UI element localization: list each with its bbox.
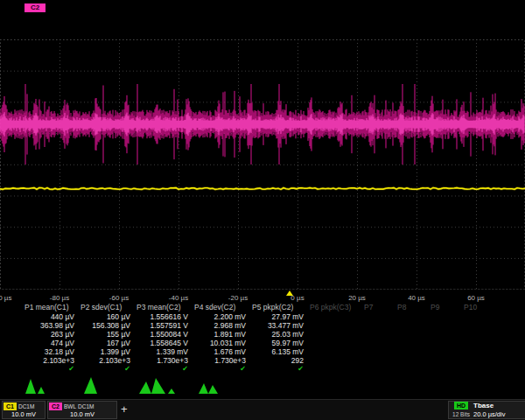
- measure-cell: 32.18 µV: [23, 347, 79, 356]
- measure-column-header[interactable]: P1 mean(C1): [23, 303, 79, 312]
- histicon-P2[interactable]: [80, 375, 121, 395]
- channel-descriptor-c2[interactable]: C2 BWL DC1M 10.0 mV: [47, 401, 117, 419]
- time-axis: -100 µs-80 µs-60 µs-40 µs-20 µs0 µs20 µs…: [0, 290, 525, 303]
- status-check-icon: [462, 365, 497, 374]
- timebase-descriptor[interactable]: HD Tbase 12 Bits 20.0 µs/div: [448, 401, 525, 419]
- c2-scale-value: 10.0 mV: [48, 410, 116, 418]
- trace-label-c2[interactable]: C2: [24, 4, 46, 12]
- measure-cell: 292: [250, 356, 308, 365]
- measure-cell: 1.730e+3: [192, 356, 250, 365]
- hd-badge: HD: [454, 402, 468, 410]
- measure-cell: [362, 330, 396, 339]
- status-check-icon: [396, 365, 429, 374]
- measure-cell: 1.676 mV: [192, 347, 250, 356]
- histicon-P1[interactable]: [23, 375, 63, 395]
- histicon-P4[interactable]: [196, 375, 236, 395]
- status-check-icon: ✔: [135, 365, 192, 374]
- measure-cell: 440 µV: [23, 312, 79, 321]
- measure-cell: 160 µV: [79, 312, 135, 321]
- measure-cell: 59.97 mV: [250, 339, 308, 347]
- status-check-icon: ✔: [192, 365, 250, 374]
- measure-cell: 2.103e+3: [79, 356, 135, 365]
- time-axis-label: 60 µs: [467, 294, 485, 302]
- time-axis-label: -20 µs: [228, 294, 248, 302]
- measure-column-header[interactable]: P2 sdev(C1): [79, 303, 135, 312]
- time-axis-label: 0 µs: [290, 294, 304, 302]
- bottom-bar: C1 DC1M 10.0 mV C2 BWL DC1M 10.0 mV + HD…: [0, 399, 525, 420]
- measure-cell: 363.98 µV: [23, 321, 79, 330]
- measure-cell: 1.556616 V: [135, 312, 192, 321]
- time-axis-label: -100 µs: [0, 294, 11, 302]
- c1-scale-value: 10.0 mV: [3, 410, 45, 418]
- measure-column-header[interactable]: P6 pkpk(C3): [308, 303, 362, 312]
- measure-cell: [308, 347, 362, 356]
- measure-column-header[interactable]: P3 mean(C2): [135, 303, 192, 312]
- time-axis-label: -60 µs: [109, 294, 129, 302]
- measure-cell: 474 µV: [23, 339, 79, 347]
- waveform-area: [0, 39, 525, 290]
- status-check-icon: [429, 365, 462, 374]
- measure-column-header[interactable]: P7: [362, 303, 396, 312]
- measure-cell: [308, 312, 362, 321]
- measure-cell: 2.968 mV: [192, 321, 250, 330]
- measure-cell: [362, 347, 396, 356]
- measure-cell: 2.103e+3: [23, 356, 79, 365]
- table-spacer: [0, 312, 23, 321]
- measure-cell: [462, 339, 497, 347]
- measure-cell: [429, 356, 462, 365]
- measure-cell: [396, 330, 429, 339]
- add-trace-button[interactable]: +: [121, 402, 128, 417]
- measure-column-header[interactable]: P5 pkpk(C2): [250, 303, 308, 312]
- measure-cell: [429, 330, 462, 339]
- status-check-icon: ✔: [79, 365, 135, 374]
- measure-cell: 1.558645 V: [135, 339, 192, 347]
- measure-cell: 1.339 mV: [135, 347, 192, 356]
- measure-cell: [429, 347, 462, 356]
- oscilloscope-screen: C2 -100 µs-80 µs-60 µs-40 µs-20 µs0 µs20…: [0, 0, 525, 420]
- measure-cell: 2.200 mV: [192, 312, 250, 321]
- bits-label: 12 Bits: [449, 411, 473, 417]
- measure-cell: [462, 312, 497, 321]
- time-axis-label: -80 µs: [50, 294, 69, 302]
- status-check-icon: [362, 365, 396, 374]
- measure-cell: [308, 321, 362, 330]
- histicon-P3[interactable]: [138, 375, 178, 395]
- measure-cell: [396, 312, 429, 321]
- timebase-value: 20.0 µs/div: [473, 410, 525, 418]
- measure-cell: 10.031 mV: [192, 339, 250, 347]
- measure-cell: 1.399 µV: [79, 347, 135, 356]
- timebase-label: Tbase: [473, 402, 525, 410]
- measure-cell: 1.730e+3: [135, 356, 192, 365]
- status-check-icon: ✔: [250, 365, 308, 374]
- table-spacer: [0, 339, 23, 347]
- channel-descriptor-c1[interactable]: C1 DC1M 10.0 mV: [2, 401, 46, 419]
- waveform-display[interactable]: [0, 39, 525, 290]
- time-axis-label: 40 µs: [408, 294, 425, 302]
- time-axis-label: -40 µs: [169, 294, 188, 302]
- measure-column-header[interactable]: P9: [429, 303, 462, 312]
- measure-cell: [429, 312, 462, 321]
- status-check-icon: ✔: [23, 365, 79, 374]
- measure-cell: [362, 321, 396, 330]
- measure-cell: [362, 356, 396, 365]
- measure-cell: 6.135 mV: [250, 347, 308, 356]
- measure-column-header[interactable]: P4 sdev(C2): [192, 303, 250, 312]
- measure-cell: [308, 356, 362, 365]
- measure-cell: [308, 330, 362, 339]
- status-check-icon: [308, 365, 362, 374]
- measure-column-header[interactable]: P10: [462, 303, 497, 312]
- measure-cell: [396, 339, 429, 347]
- c1-coupling-label: DC1M: [18, 403, 34, 410]
- measure-cell: [308, 339, 362, 347]
- measure-cell: 25.03 mV: [250, 330, 308, 339]
- measure-column-header[interactable]: P8: [396, 303, 429, 312]
- table-spacer: [0, 347, 23, 356]
- table-spacer: [0, 303, 23, 312]
- c2-coupling-label: DC1M: [78, 403, 94, 410]
- measure-cell: 1.557591 V: [135, 321, 192, 330]
- measure-cell: [462, 330, 497, 339]
- measure-cell: [462, 356, 497, 365]
- measure-cell: 1.891 mV: [192, 330, 250, 339]
- measure-cell: [429, 321, 462, 330]
- table-spacer: [0, 330, 23, 339]
